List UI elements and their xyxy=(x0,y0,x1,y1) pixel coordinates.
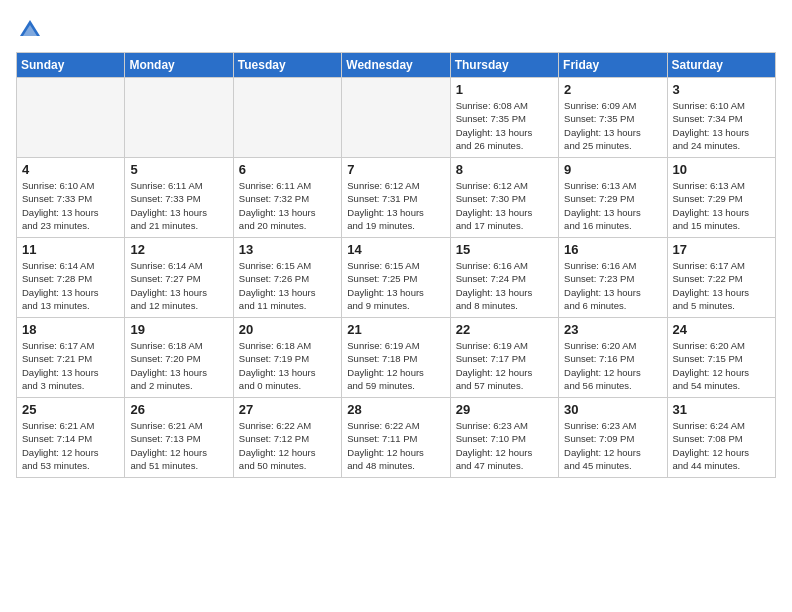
calendar-cell: 12Sunrise: 6:14 AM Sunset: 7:27 PM Dayli… xyxy=(125,238,233,318)
weekday-header-row: SundayMondayTuesdayWednesdayThursdayFrid… xyxy=(17,53,776,78)
day-info: Sunrise: 6:09 AM Sunset: 7:35 PM Dayligh… xyxy=(564,99,661,152)
day-info: Sunrise: 6:11 AM Sunset: 7:32 PM Dayligh… xyxy=(239,179,336,232)
calendar-cell: 24Sunrise: 6:20 AM Sunset: 7:15 PM Dayli… xyxy=(667,318,775,398)
calendar-cell: 7Sunrise: 6:12 AM Sunset: 7:31 PM Daylig… xyxy=(342,158,450,238)
calendar-week-2: 4Sunrise: 6:10 AM Sunset: 7:33 PM Daylig… xyxy=(17,158,776,238)
calendar-cell xyxy=(17,78,125,158)
day-number: 4 xyxy=(22,162,119,177)
day-info: Sunrise: 6:14 AM Sunset: 7:28 PM Dayligh… xyxy=(22,259,119,312)
day-info: Sunrise: 6:21 AM Sunset: 7:13 PM Dayligh… xyxy=(130,419,227,472)
calendar-cell: 9Sunrise: 6:13 AM Sunset: 7:29 PM Daylig… xyxy=(559,158,667,238)
weekday-header-thursday: Thursday xyxy=(450,53,558,78)
calendar-cell: 27Sunrise: 6:22 AM Sunset: 7:12 PM Dayli… xyxy=(233,398,341,478)
day-number: 11 xyxy=(22,242,119,257)
day-number: 1 xyxy=(456,82,553,97)
day-info: Sunrise: 6:24 AM Sunset: 7:08 PM Dayligh… xyxy=(673,419,770,472)
calendar-cell: 15Sunrise: 6:16 AM Sunset: 7:24 PM Dayli… xyxy=(450,238,558,318)
day-info: Sunrise: 6:15 AM Sunset: 7:26 PM Dayligh… xyxy=(239,259,336,312)
day-info: Sunrise: 6:19 AM Sunset: 7:17 PM Dayligh… xyxy=(456,339,553,392)
calendar-cell: 19Sunrise: 6:18 AM Sunset: 7:20 PM Dayli… xyxy=(125,318,233,398)
day-info: Sunrise: 6:17 AM Sunset: 7:22 PM Dayligh… xyxy=(673,259,770,312)
day-info: Sunrise: 6:13 AM Sunset: 7:29 PM Dayligh… xyxy=(673,179,770,232)
day-number: 19 xyxy=(130,322,227,337)
day-number: 14 xyxy=(347,242,444,257)
day-info: Sunrise: 6:12 AM Sunset: 7:30 PM Dayligh… xyxy=(456,179,553,232)
logo xyxy=(16,16,48,44)
day-info: Sunrise: 6:20 AM Sunset: 7:15 PM Dayligh… xyxy=(673,339,770,392)
day-number: 10 xyxy=(673,162,770,177)
day-info: Sunrise: 6:12 AM Sunset: 7:31 PM Dayligh… xyxy=(347,179,444,232)
day-number: 22 xyxy=(456,322,553,337)
day-number: 29 xyxy=(456,402,553,417)
logo-icon xyxy=(16,16,44,44)
day-info: Sunrise: 6:18 AM Sunset: 7:19 PM Dayligh… xyxy=(239,339,336,392)
day-info: Sunrise: 6:16 AM Sunset: 7:23 PM Dayligh… xyxy=(564,259,661,312)
calendar-cell xyxy=(125,78,233,158)
calendar-cell: 22Sunrise: 6:19 AM Sunset: 7:17 PM Dayli… xyxy=(450,318,558,398)
calendar-cell: 1Sunrise: 6:08 AM Sunset: 7:35 PM Daylig… xyxy=(450,78,558,158)
header xyxy=(16,16,776,44)
day-number: 5 xyxy=(130,162,227,177)
calendar-week-1: 1Sunrise: 6:08 AM Sunset: 7:35 PM Daylig… xyxy=(17,78,776,158)
day-info: Sunrise: 6:15 AM Sunset: 7:25 PM Dayligh… xyxy=(347,259,444,312)
weekday-header-monday: Monday xyxy=(125,53,233,78)
calendar-cell: 17Sunrise: 6:17 AM Sunset: 7:22 PM Dayli… xyxy=(667,238,775,318)
calendar-cell: 28Sunrise: 6:22 AM Sunset: 7:11 PM Dayli… xyxy=(342,398,450,478)
day-number: 20 xyxy=(239,322,336,337)
day-number: 12 xyxy=(130,242,227,257)
day-info: Sunrise: 6:21 AM Sunset: 7:14 PM Dayligh… xyxy=(22,419,119,472)
day-info: Sunrise: 6:20 AM Sunset: 7:16 PM Dayligh… xyxy=(564,339,661,392)
calendar-cell: 31Sunrise: 6:24 AM Sunset: 7:08 PM Dayli… xyxy=(667,398,775,478)
calendar-week-4: 18Sunrise: 6:17 AM Sunset: 7:21 PM Dayli… xyxy=(17,318,776,398)
day-number: 9 xyxy=(564,162,661,177)
calendar-week-3: 11Sunrise: 6:14 AM Sunset: 7:28 PM Dayli… xyxy=(17,238,776,318)
day-number: 28 xyxy=(347,402,444,417)
calendar-cell: 10Sunrise: 6:13 AM Sunset: 7:29 PM Dayli… xyxy=(667,158,775,238)
day-info: Sunrise: 6:10 AM Sunset: 7:33 PM Dayligh… xyxy=(22,179,119,232)
day-number: 16 xyxy=(564,242,661,257)
day-number: 25 xyxy=(22,402,119,417)
calendar-cell: 6Sunrise: 6:11 AM Sunset: 7:32 PM Daylig… xyxy=(233,158,341,238)
calendar-cell: 4Sunrise: 6:10 AM Sunset: 7:33 PM Daylig… xyxy=(17,158,125,238)
day-info: Sunrise: 6:23 AM Sunset: 7:09 PM Dayligh… xyxy=(564,419,661,472)
day-number: 8 xyxy=(456,162,553,177)
day-number: 26 xyxy=(130,402,227,417)
day-info: Sunrise: 6:18 AM Sunset: 7:20 PM Dayligh… xyxy=(130,339,227,392)
calendar-cell: 14Sunrise: 6:15 AM Sunset: 7:25 PM Dayli… xyxy=(342,238,450,318)
day-number: 24 xyxy=(673,322,770,337)
day-info: Sunrise: 6:19 AM Sunset: 7:18 PM Dayligh… xyxy=(347,339,444,392)
day-info: Sunrise: 6:22 AM Sunset: 7:11 PM Dayligh… xyxy=(347,419,444,472)
day-info: Sunrise: 6:10 AM Sunset: 7:34 PM Dayligh… xyxy=(673,99,770,152)
day-number: 18 xyxy=(22,322,119,337)
calendar-cell: 26Sunrise: 6:21 AM Sunset: 7:13 PM Dayli… xyxy=(125,398,233,478)
weekday-header-saturday: Saturday xyxy=(667,53,775,78)
calendar-cell: 2Sunrise: 6:09 AM Sunset: 7:35 PM Daylig… xyxy=(559,78,667,158)
calendar-week-5: 25Sunrise: 6:21 AM Sunset: 7:14 PM Dayli… xyxy=(17,398,776,478)
calendar-cell: 30Sunrise: 6:23 AM Sunset: 7:09 PM Dayli… xyxy=(559,398,667,478)
day-info: Sunrise: 6:22 AM Sunset: 7:12 PM Dayligh… xyxy=(239,419,336,472)
calendar-table: SundayMondayTuesdayWednesdayThursdayFrid… xyxy=(16,52,776,478)
calendar-cell: 25Sunrise: 6:21 AM Sunset: 7:14 PM Dayli… xyxy=(17,398,125,478)
day-info: Sunrise: 6:16 AM Sunset: 7:24 PM Dayligh… xyxy=(456,259,553,312)
calendar-cell: 3Sunrise: 6:10 AM Sunset: 7:34 PM Daylig… xyxy=(667,78,775,158)
calendar-cell: 23Sunrise: 6:20 AM Sunset: 7:16 PM Dayli… xyxy=(559,318,667,398)
day-info: Sunrise: 6:17 AM Sunset: 7:21 PM Dayligh… xyxy=(22,339,119,392)
weekday-header-sunday: Sunday xyxy=(17,53,125,78)
day-number: 6 xyxy=(239,162,336,177)
calendar-cell: 11Sunrise: 6:14 AM Sunset: 7:28 PM Dayli… xyxy=(17,238,125,318)
calendar-cell: 18Sunrise: 6:17 AM Sunset: 7:21 PM Dayli… xyxy=(17,318,125,398)
day-number: 21 xyxy=(347,322,444,337)
calendar-cell xyxy=(233,78,341,158)
day-number: 2 xyxy=(564,82,661,97)
day-number: 15 xyxy=(456,242,553,257)
day-info: Sunrise: 6:23 AM Sunset: 7:10 PM Dayligh… xyxy=(456,419,553,472)
day-number: 7 xyxy=(347,162,444,177)
day-info: Sunrise: 6:14 AM Sunset: 7:27 PM Dayligh… xyxy=(130,259,227,312)
day-number: 27 xyxy=(239,402,336,417)
calendar-cell: 8Sunrise: 6:12 AM Sunset: 7:30 PM Daylig… xyxy=(450,158,558,238)
day-info: Sunrise: 6:13 AM Sunset: 7:29 PM Dayligh… xyxy=(564,179,661,232)
calendar-cell: 5Sunrise: 6:11 AM Sunset: 7:33 PM Daylig… xyxy=(125,158,233,238)
calendar-cell xyxy=(342,78,450,158)
day-number: 23 xyxy=(564,322,661,337)
weekday-header-wednesday: Wednesday xyxy=(342,53,450,78)
